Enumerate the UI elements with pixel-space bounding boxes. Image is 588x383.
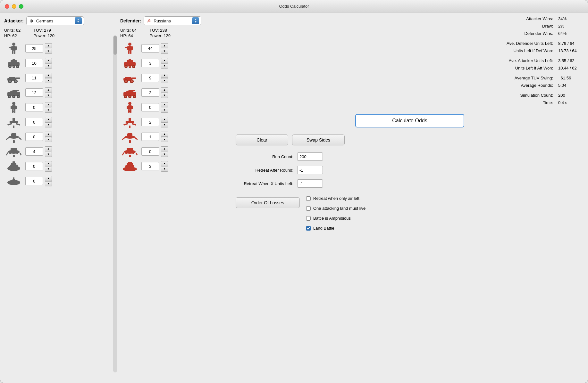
defender-bomber-large-down[interactable]: ▼: [161, 152, 168, 157]
attacker-submarine-up[interactable]: ▲: [45, 176, 52, 181]
attacker-bomber-large-spinner[interactable]: ▲ ▼: [45, 146, 52, 157]
attacker-bomber-small-spinner[interactable]: ▲ ▼: [45, 132, 52, 142]
defender-fighter-down[interactable]: ▼: [161, 122, 168, 127]
attacker-submarine-count[interactable]: [25, 177, 43, 185]
defender-battleship-down[interactable]: ▼: [161, 167, 168, 172]
defender-marine-spinner[interactable]: ▲ ▼: [161, 102, 168, 113]
defender-marine-up[interactable]: ▲: [161, 102, 168, 107]
defender-halftrack-up[interactable]: ▲: [161, 58, 168, 63]
maximize-button[interactable]: [19, 4, 23, 9]
calculate-button[interactable]: Calculate Odds: [355, 114, 464, 127]
defender-tank-count[interactable]: [141, 88, 159, 97]
attacker-cannon-down[interactable]: ▼: [45, 78, 52, 83]
attacker-battleship-up[interactable]: ▲: [45, 161, 52, 166]
attacker-halftrack-count[interactable]: [25, 59, 43, 67]
run-count-input[interactable]: [297, 152, 323, 161]
defender-tank-spinner[interactable]: ▲ ▼: [161, 87, 168, 98]
attacker-fighter-spinner[interactable]: ▲ ▼: [45, 117, 52, 127]
attacker-cannon-spinner[interactable]: ▲ ▼: [45, 73, 52, 83]
sim-count-label: Simulation Count:: [483, 93, 553, 98]
attacker-marine-spinner[interactable]: ▲ ▼: [45, 102, 52, 113]
attacker-tank-spinner[interactable]: ▲ ▼: [45, 87, 52, 98]
defender-battleship-count[interactable]: [141, 162, 159, 170]
attacker-fighter-up[interactable]: ▲: [45, 117, 52, 122]
defender-bomber-small-up[interactable]: ▲: [161, 132, 168, 137]
attacker-submarine-spinner[interactable]: ▲ ▼: [45, 176, 52, 186]
svg-rect-102: [127, 106, 128, 109]
defender-fighter-count[interactable]: [141, 118, 159, 126]
defender-cannon-down[interactable]: ▼: [161, 78, 168, 83]
attacker-submarine-down[interactable]: ▼: [45, 181, 52, 186]
attacker-fighter-count[interactable]: [25, 118, 43, 126]
attacker-bomber-large-up[interactable]: ▲: [45, 146, 52, 151]
attacker-bomber-small-up[interactable]: ▲: [45, 132, 52, 137]
land-battle-checkbox[interactable]: [306, 226, 311, 231]
defender-select-arrow[interactable]: ▲▼: [192, 17, 199, 24]
defender-marine-count[interactable]: [141, 103, 159, 111]
attacker-infantry-spinner[interactable]: ▲ ▼: [45, 43, 52, 54]
retreat-when-input[interactable]: [297, 179, 323, 188]
attacker-battleship-count[interactable]: [25, 162, 43, 170]
attacker-bomber-small-count[interactable]: [25, 133, 43, 141]
order-of-losses-button[interactable]: Order Of Losses: [236, 197, 300, 208]
defender-tank-down[interactable]: ▼: [161, 93, 168, 98]
defender-halftrack-down[interactable]: ▼: [161, 63, 168, 69]
defender-halftrack-spinner[interactable]: ▲ ▼: [161, 58, 168, 69]
defender-infantry-up[interactable]: ▲: [161, 43, 168, 48]
minimize-button[interactable]: [12, 4, 16, 9]
defender-marine-down[interactable]: ▼: [161, 108, 168, 113]
swap-button[interactable]: Swap Sides: [292, 134, 345, 145]
attacker-cannon-up[interactable]: ▲: [45, 73, 52, 78]
defender-infantry-down[interactable]: ▼: [161, 49, 168, 54]
defender-infantry-count[interactable]: [141, 44, 159, 53]
attacker-bomber-large-count[interactable]: [25, 147, 43, 156]
retreat-after-input[interactable]: [297, 166, 323, 174]
defender-fighter-spinner[interactable]: ▲ ▼: [161, 117, 168, 127]
attacker-nation-select[interactable]: ⊕ Germans ▲▼: [26, 16, 84, 25]
attacker-bomber-small-down[interactable]: ▼: [45, 137, 52, 142]
defender-cannon-up[interactable]: ▲: [161, 73, 168, 78]
attacker-fighter-down[interactable]: ▼: [45, 122, 52, 127]
attacker-tank-count[interactable]: [25, 88, 43, 97]
attacker-marine-down[interactable]: ▼: [45, 108, 52, 113]
attacker-battleship-down[interactable]: ▼: [45, 167, 52, 172]
attacker-halftrack-spinner[interactable]: ▲ ▼: [45, 58, 52, 69]
defender-bomber-large-spinner[interactable]: ▲ ▼: [161, 146, 168, 157]
svg-rect-110: [129, 118, 131, 122]
svg-rect-63: [16, 166, 18, 167]
defender-bomber-small-down[interactable]: ▼: [161, 137, 168, 142]
defender-cannon-count[interactable]: [141, 74, 159, 82]
defender-nation-select[interactable]: ☭ Russians ▲▼: [144, 16, 201, 25]
attacker-halftrack-up[interactable]: ▲: [45, 58, 52, 63]
attacker-infantry-count[interactable]: [25, 44, 43, 53]
retreat-air-checkbox[interactable]: [306, 196, 311, 201]
defender-tank-up[interactable]: ▲: [161, 87, 168, 93]
defender-bomber-small-count[interactable]: [141, 133, 159, 141]
attacker-marine-up[interactable]: ▲: [45, 102, 52, 107]
attacker-bomber-large-down[interactable]: ▼: [45, 152, 52, 157]
amphibious-checkbox[interactable]: [306, 216, 311, 221]
attacker-cannon-count[interactable]: [25, 74, 43, 82]
attacker-bomber-large-icon: [4, 145, 23, 158]
attacker-select-arrow[interactable]: ▲▼: [75, 17, 82, 24]
defender-battleship-up[interactable]: ▲: [161, 161, 168, 166]
attacker-halftrack-down[interactable]: ▼: [45, 63, 52, 69]
attacker-marine-count[interactable]: [25, 103, 43, 111]
defender-cannon-spinner[interactable]: ▲ ▼: [161, 73, 168, 83]
defender-battleship-spinner[interactable]: ▲ ▼: [161, 161, 168, 172]
attacker-infantry-up[interactable]: ▲: [45, 43, 52, 48]
close-button[interactable]: [5, 4, 9, 9]
defender-bomber-small-spinner[interactable]: ▲ ▼: [161, 132, 168, 142]
clear-button[interactable]: Clear: [236, 134, 288, 145]
one-attacking-checkbox[interactable]: [306, 206, 311, 211]
defender-bomber-large-up[interactable]: ▲: [161, 146, 168, 151]
defender-fighter-up[interactable]: ▲: [161, 117, 168, 122]
attacker-battleship-spinner[interactable]: ▲ ▼: [45, 161, 52, 172]
attacker-infantry-down[interactable]: ▼: [45, 49, 52, 54]
defender-tank-icon: [120, 86, 139, 99]
defender-halftrack-count[interactable]: [141, 59, 159, 67]
attacker-tank-up[interactable]: ▲: [45, 87, 52, 93]
attacker-tank-down[interactable]: ▼: [45, 93, 52, 98]
defender-infantry-spinner[interactable]: ▲ ▼: [161, 43, 168, 54]
defender-bomber-large-count[interactable]: [141, 147, 159, 156]
